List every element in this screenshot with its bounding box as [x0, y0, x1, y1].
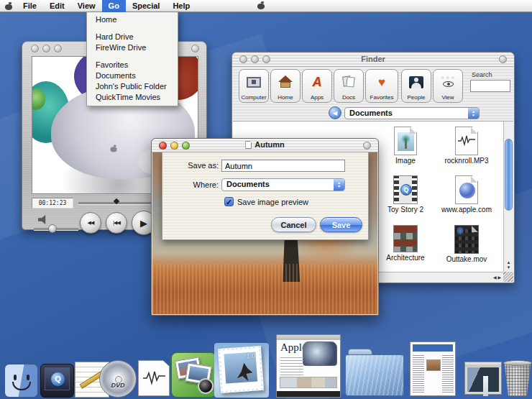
audio-file-icon — [455, 127, 478, 155]
toolbar-computer-button[interactable]: Computer — [239, 69, 269, 103]
movie-file-icon: Q — [393, 175, 418, 204]
save-button[interactable]: Save — [320, 217, 362, 232]
quicktime-time-display: 00:12:23 — [32, 198, 73, 208]
cancel-button[interactable]: Cancel — [271, 217, 316, 232]
file-toystory[interactable]: Q Toy Story 2 — [375, 175, 436, 214]
file-rocknroll[interactable]: rocknroll.MP3 — [436, 127, 497, 165]
computer-icon — [247, 77, 261, 88]
where-popup-value: Documents — [226, 180, 270, 188]
app-menu-icon[interactable] — [5, 2, 12, 10]
menu-separator — [87, 25, 178, 32]
window-widget-button[interactable] — [191, 45, 199, 52]
rewind-button[interactable]: ◀◀ — [80, 212, 101, 234]
toolbar-view-button[interactable]: ○ ○ ○ View — [433, 69, 463, 103]
dock-apple-webpage-icon[interactable]: Apple — [276, 334, 341, 398]
menu-item-firewire-drive[interactable]: FireWire Drive — [87, 42, 178, 53]
where-label: Where: — [168, 180, 219, 189]
dock-webpage-icon[interactable] — [410, 341, 456, 396]
menu-bar: File Edit View Go Special Help — [0, 0, 532, 12]
skip-to-start-icon: |◀◀ — [113, 220, 120, 226]
desktop: 00:12:23 ◀◀ |◀◀ ▶ ■ Finder C — [0, 0, 532, 399]
window-title: Finder — [232, 55, 514, 63]
dock-photos-icon[interactable] — [171, 352, 216, 398]
menu-item-johns-public-folder[interactable]: John's Public Folder — [87, 81, 178, 92]
view-icon: ○ ○ ○ — [440, 75, 456, 88]
leaf-ground — [152, 264, 377, 314]
picture-file-icon — [393, 225, 418, 252]
window-close-button[interactable] — [31, 45, 39, 52]
menu-file[interactable]: File — [17, 0, 43, 12]
scrollbar-arrows[interactable]: ▲▼ — [504, 260, 513, 270]
file-image[interactable]: Image — [375, 127, 436, 165]
dock-dvd-player-icon[interactable]: DVD — [99, 360, 137, 398]
window-minimize-button[interactable] — [42, 45, 50, 52]
file-architecture[interactable]: Architecture — [375, 225, 436, 262]
apple-logo-icon — [257, 1, 265, 9]
toolbar-docs-button[interactable]: Docs — [334, 69, 364, 103]
menu-item-home[interactable]: Home — [87, 14, 178, 25]
file-name: Outtake.mov — [436, 255, 497, 263]
toolbar-people-button[interactable]: People — [401, 69, 431, 103]
file-outtake[interactable]: Outtake.mov — [436, 225, 497, 263]
dock-quicktime-icon[interactable]: Q — [40, 364, 74, 398]
dock-finder-icon[interactable] — [4, 364, 38, 398]
toolbar-label: Computer — [239, 94, 268, 101]
vertical-scrollbar-thumb[interactable] — [505, 139, 513, 211]
dock-audio-file-icon[interactable] — [138, 360, 170, 396]
dock-mail-stamp-icon[interactable]: 1.0 — [214, 343, 269, 398]
where-popup[interactable]: Documents ▲▼ — [221, 178, 345, 191]
apple-logo-icon — [111, 145, 117, 152]
scrollbar-arrows[interactable]: ◀ ▶ — [493, 275, 501, 280]
file-name: Toy Story 2 — [375, 206, 436, 214]
docs-icon — [341, 75, 356, 88]
back-button[interactable]: ◀ — [329, 106, 341, 119]
apps-icon: A — [313, 75, 322, 90]
toolbar-apps-button[interactable]: A Apps — [302, 69, 332, 103]
heart-icon: ♥ — [378, 76, 385, 88]
dock-folder-icon[interactable] — [345, 349, 404, 396]
menu-item-favorites[interactable]: Favorites — [87, 60, 178, 70]
file-name: www.apple.com — [436, 206, 497, 214]
home-icon — [278, 75, 293, 88]
save-as-label: Save as: — [168, 161, 219, 170]
go-menu-dropdown: Home Hard Drive FireWire Drive Favorites… — [86, 12, 178, 106]
toolbar-label: Favorites — [366, 94, 398, 101]
window-widget-button[interactable] — [363, 142, 371, 150]
skip-to-start-button[interactable]: |◀◀ — [106, 212, 127, 234]
search-label: Search — [472, 71, 492, 78]
menu-edit[interactable]: Edit — [43, 0, 71, 12]
autumn-titlebar[interactable]: Autumn — [152, 139, 378, 152]
autumn-document-window[interactable]: Autumn Save as: Where: Documents ▲▼ ✓ — [151, 138, 379, 316]
menu-item-hard-drive[interactable]: Hard Drive — [87, 32, 178, 42]
menu-view[interactable]: View — [71, 0, 102, 12]
save-preview-label: Save image preview — [237, 198, 308, 206]
window-zoom-button[interactable] — [54, 45, 62, 52]
location-popup[interactable]: Documents ▲▼ — [344, 107, 480, 119]
menu-help[interactable]: Help — [166, 0, 196, 12]
resize-grip[interactable] — [503, 272, 513, 282]
menu-item-quicktime-movies[interactable]: QuickTime Movies — [87, 92, 178, 103]
menu-item-documents[interactable]: Documents — [87, 70, 178, 81]
dock-photo-window-icon[interactable] — [464, 362, 502, 395]
save-sheet: Save as: Where: Documents ▲▼ ✓ Save imag… — [162, 152, 369, 240]
vertical-scrollbar[interactable]: ▲▼ — [503, 121, 513, 272]
website-file-icon — [455, 175, 478, 204]
popup-arrows-icon: ▲▼ — [334, 179, 344, 191]
dock-trash-icon[interactable] — [503, 360, 532, 396]
menu-go[interactable]: Go — [102, 0, 126, 12]
file-name: Image — [375, 157, 436, 165]
speaker-icon — [38, 215, 49, 224]
search-input[interactable] — [470, 80, 510, 92]
volume-slider-knob[interactable] — [48, 224, 57, 233]
finder-titlebar[interactable]: Finder — [232, 52, 514, 67]
menu-special[interactable]: Special — [126, 0, 167, 12]
save-preview-checkbox[interactable]: ✓ — [224, 197, 234, 206]
toolbar-home-button[interactable]: Home — [270, 69, 301, 103]
file-website[interactable]: www.apple.com — [436, 175, 497, 214]
people-icon — [409, 76, 423, 88]
window-widget-button[interactable] — [499, 55, 507, 63]
toolbar-label: Docs — [334, 94, 363, 101]
save-as-input[interactable] — [221, 160, 345, 172]
file-name: rocknroll.MP3 — [436, 157, 497, 165]
toolbar-favorites-button[interactable]: ♥ Favorites — [365, 69, 398, 103]
